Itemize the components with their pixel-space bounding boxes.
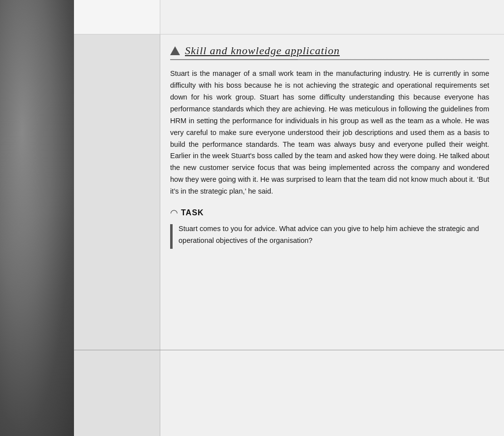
task-icon: ◠ [170,207,178,218]
task-section: ◠ TASK Stuart comes to you for advice. W… [170,207,489,249]
top-bar [74,0,504,34]
left-sidebar [0,0,74,436]
content-left-divider [74,34,160,350]
main-content: Skill and knowledge application Stuart i… [74,0,504,436]
bottom-section [74,350,504,436]
heading-underline [298,59,489,60]
section-heading: Skill and knowledge application [170,44,489,60]
sidebar-texture [0,0,74,436]
top-bar-left [74,0,160,34]
task-label: TASK [181,208,204,217]
body-paragraph: Stuart is the manager of a small work te… [170,68,489,198]
bottom-right [160,350,504,436]
top-bar-right [160,0,504,34]
task-text: Stuart comes to you for advice. What adv… [179,223,489,247]
task-bar [170,224,173,249]
task-content: Stuart comes to you for advice. What adv… [170,223,489,249]
page-container: Skill and knowledge application Stuart i… [0,0,504,436]
content-section: Skill and knowledge application Stuart i… [74,34,504,350]
section-heading-text: Skill and knowledge application [185,44,340,57]
task-heading: ◠ TASK [170,207,489,218]
text-area: Skill and knowledge application Stuart i… [160,34,504,350]
triangle-icon [170,46,180,55]
bottom-left-divider [74,350,160,436]
